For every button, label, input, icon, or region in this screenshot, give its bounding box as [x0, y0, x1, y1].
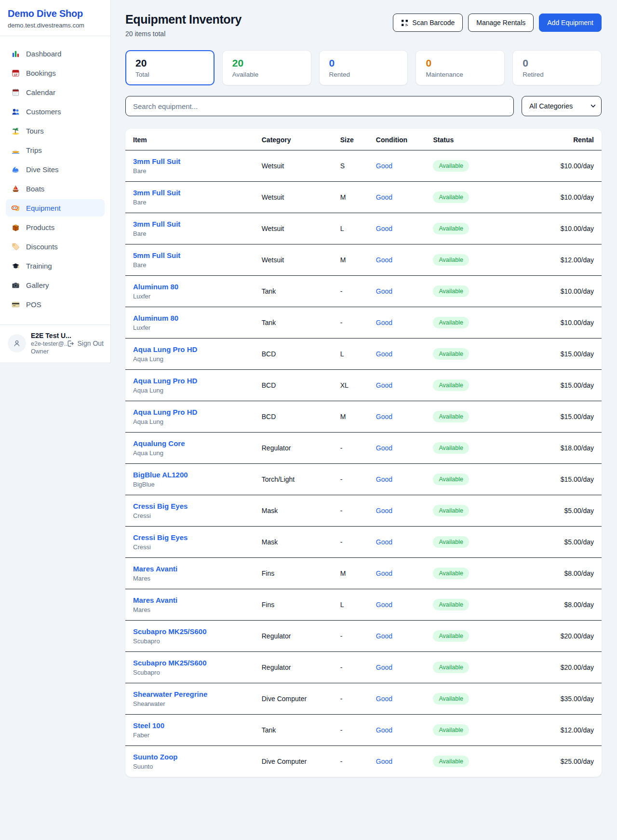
item-brand: Bare — [133, 167, 246, 175]
page-title: Equipment Inventory — [125, 13, 241, 27]
sidebar-item-tours[interactable]: Tours — [6, 122, 105, 139]
item-rental-price: $12.00/day — [506, 715, 602, 746]
item-condition-link[interactable]: Good — [376, 413, 392, 420]
table-row: Aqua Lung Pro HDAqua LungBCDMGoodAvailab… — [125, 401, 602, 433]
item-condition-link[interactable]: Good — [376, 758, 392, 765]
item-name-link[interactable]: Aqualung Core — [133, 439, 246, 447]
discounts-icon — [11, 242, 20, 251]
item-condition-link[interactable]: Good — [376, 287, 392, 295]
item-condition-link[interactable]: Good — [376, 225, 392, 232]
item-category: Tank — [254, 715, 333, 746]
column-header-size: Size — [333, 129, 368, 150]
sidebar-item-gallery[interactable]: Gallery — [6, 276, 105, 294]
item-condition-link[interactable]: Good — [376, 601, 392, 609]
item-size: - — [333, 652, 368, 683]
item-size: L — [333, 213, 368, 244]
manage-rentals-button[interactable]: Manage Rentals — [468, 14, 534, 32]
item-brand: Scubapro — [133, 669, 246, 676]
item-name-link[interactable]: Aqua Lung Pro HD — [133, 377, 246, 385]
stat-card-rented[interactable]: 0Rented — [319, 50, 408, 85]
item-condition-link[interactable]: Good — [376, 381, 392, 389]
item-condition-link[interactable]: Good — [376, 664, 392, 671]
item-name-link[interactable]: 3mm Full Suit — [133, 220, 246, 228]
item-condition-link[interactable]: Good — [376, 162, 392, 170]
scan-barcode-button[interactable]: Scan Barcode — [393, 14, 463, 32]
calendar-icon — [11, 88, 20, 96]
item-category: Regulator — [254, 433, 333, 464]
item-brand: Faber — [133, 732, 246, 739]
sidebar-item-calendar[interactable]: Calendar — [6, 83, 105, 101]
item-condition-link[interactable]: Good — [376, 256, 392, 264]
item-name-link[interactable]: 5mm Full Suit — [133, 251, 246, 259]
item-name-link[interactable]: Mares Avanti — [133, 565, 246, 573]
item-name-link[interactable]: 3mm Full Suit — [133, 189, 246, 197]
manage-rentals-label: Manage Rentals — [476, 19, 525, 27]
sidebar-item-trips[interactable]: Trips — [6, 141, 105, 159]
item-rental-price: $25.00/day — [506, 746, 602, 777]
item-name-link[interactable]: Cressi Big Eyes — [133, 502, 246, 510]
item-category: Tank — [254, 276, 333, 307]
item-name-link[interactable]: Aluminum 80 — [133, 283, 246, 291]
item-name-link[interactable]: Aluminum 80 — [133, 314, 246, 322]
stat-label: Maintenance — [426, 71, 495, 78]
item-name-link[interactable]: Aqua Lung Pro HD — [133, 408, 246, 416]
sidebar-item-products[interactable]: Products — [6, 218, 105, 236]
item-name-link[interactable]: 3mm Full Suit — [133, 157, 246, 165]
item-category: Wetsuit — [254, 244, 333, 276]
sidebar-item-pos[interactable]: POS — [6, 296, 105, 313]
item-name-link[interactable]: Aqua Lung Pro HD — [133, 345, 246, 353]
item-brand: Luxfer — [133, 293, 246, 300]
status-badge: Available — [433, 348, 469, 360]
item-condition-link[interactable]: Good — [376, 193, 392, 201]
sidebar-item-label: Bookings — [26, 69, 56, 77]
sidebar-item-equipment[interactable]: Equipment — [6, 199, 105, 217]
status-badge: Available — [433, 724, 469, 736]
item-name-link[interactable]: Suunto Zoop — [133, 753, 246, 761]
sidebar-item-bookings[interactable]: 17Bookings — [6, 64, 105, 81]
item-category: Wetsuit — [254, 182, 333, 213]
item-name-link[interactable]: Shearwater Peregrine — [133, 690, 246, 698]
sidebar-item-customers[interactable]: Customers — [6, 103, 105, 120]
status-badge: Available — [433, 568, 469, 579]
item-condition-link[interactable]: Good — [376, 475, 392, 483]
sidebar-item-dashboard[interactable]: Dashboard — [6, 45, 105, 62]
item-name-link[interactable]: Scubapro MK25/S600 — [133, 627, 246, 636]
sidebar-item-training[interactable]: Training — [6, 257, 105, 274]
item-rental-price: $10.00/day — [506, 213, 602, 244]
table-row: 5mm Full SuitBareWetsuitMGoodAvailable$1… — [125, 244, 602, 276]
search-input[interactable] — [125, 96, 514, 116]
item-name-link[interactable]: Cressi Big Eyes — [133, 533, 246, 542]
item-condition-link[interactable]: Good — [376, 569, 392, 577]
stat-card-retired[interactable]: 0Retired — [512, 50, 602, 85]
sidebar-item-discounts[interactable]: Discounts — [6, 238, 105, 255]
item-condition-link[interactable]: Good — [376, 444, 392, 452]
item-name-link[interactable]: Scubapro MK25/S600 — [133, 659, 246, 667]
add-equipment-button[interactable]: Add Equipment — [539, 14, 602, 32]
stat-card-available[interactable]: 20Available — [222, 50, 311, 85]
sidebar-item-dive-sites[interactable]: Dive Sites — [6, 161, 105, 178]
item-name-link[interactable]: BigBlue AL1200 — [133, 471, 246, 479]
status-badge: Available — [433, 191, 469, 203]
item-size: M — [333, 558, 368, 589]
item-size: M — [333, 182, 368, 213]
item-condition-link[interactable]: Good — [376, 695, 392, 703]
stat-card-maintenance[interactable]: 0Maintenance — [416, 50, 505, 85]
item-name-link[interactable]: Mares Avanti — [133, 596, 246, 604]
stat-card-total[interactable]: 20Total — [125, 50, 215, 85]
item-condition-link[interactable]: Good — [376, 632, 392, 640]
qr-code-icon — [401, 19, 408, 27]
sidebar-item-boats[interactable]: Boats — [6, 180, 105, 197]
sidebar-item-label: Boats — [26, 185, 44, 193]
item-condition-link[interactable]: Good — [376, 507, 392, 515]
item-condition-link[interactable]: Good — [376, 319, 392, 326]
item-condition-link[interactable]: Good — [376, 350, 392, 358]
stat-value: 20 — [135, 57, 204, 69]
category-filter-select[interactable]: All Categories — [522, 96, 602, 116]
filters-row: All Categories — [125, 96, 602, 116]
item-brand: Mares — [133, 575, 246, 582]
item-name-link[interactable]: Steel 100 — [133, 721, 246, 730]
item-condition-link[interactable]: Good — [376, 726, 392, 734]
sign-out-button[interactable]: Sign Out — [67, 339, 104, 348]
stat-label: Available — [232, 71, 301, 78]
item-condition-link[interactable]: Good — [376, 538, 392, 546]
